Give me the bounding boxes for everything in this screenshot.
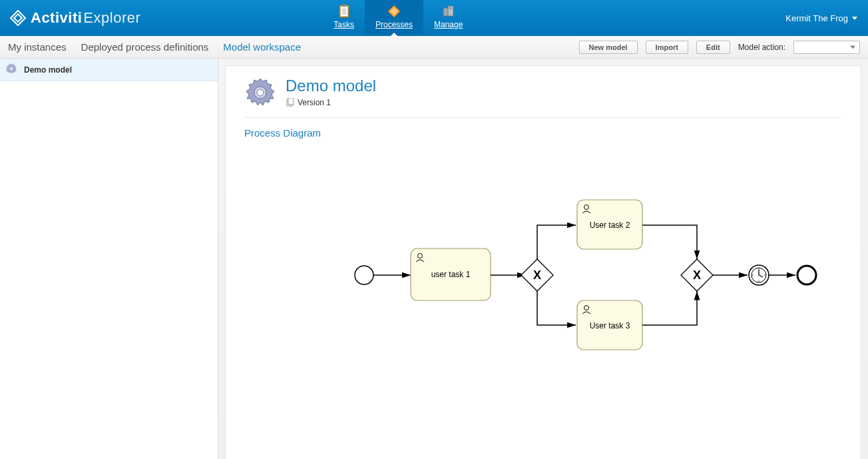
nav-manage[interactable]: Manage bbox=[423, 0, 473, 36]
main-area: Demo model Demo model bbox=[0, 59, 868, 459]
model-title: Demo model bbox=[286, 77, 376, 95]
user-name: Kermit The Frog bbox=[785, 13, 848, 23]
start-event bbox=[355, 266, 373, 284]
edit-button[interactable]: Edit bbox=[696, 41, 730, 54]
svg-point-14 bbox=[10, 67, 13, 71]
svg-rect-12 bbox=[449, 7, 452, 9]
exclusive-gateway-1: X bbox=[521, 259, 553, 291]
sub-toolbar: My instances Deployed process definition… bbox=[0, 36, 868, 59]
sidebar-item-label: Demo model bbox=[24, 65, 72, 75]
main-nav: Tasks Processes Manage bbox=[323, 0, 473, 36]
model-action-select[interactable] bbox=[793, 41, 860, 54]
model-version-text: Version 1 bbox=[298, 98, 331, 107]
model-version: Version 1 bbox=[286, 98, 376, 107]
tab-my-instances[interactable]: My instances bbox=[8, 41, 67, 53]
end-event bbox=[797, 266, 816, 284]
content: Demo model Version 1 Process Diagram bbox=[218, 59, 868, 459]
timer-event bbox=[749, 265, 769, 285]
svg-marker-0 bbox=[11, 11, 25, 25]
user-task-2-label: User task 2 bbox=[590, 221, 630, 230]
user-task-2: User task 2 bbox=[577, 200, 642, 249]
gear-icon bbox=[244, 77, 276, 111]
user-task-1: user task 1 bbox=[411, 248, 491, 300]
svg-text:X: X bbox=[533, 268, 541, 282]
version-icon bbox=[286, 98, 295, 107]
tab-deployed[interactable]: Deployed process definitions bbox=[81, 41, 209, 53]
user-menu[interactable]: Kermit The Frog bbox=[785, 0, 868, 36]
app-name-right: Explorer bbox=[83, 9, 140, 27]
topbar: ActivitiExplorer Tasks Processes Manage … bbox=[0, 0, 868, 36]
manage-icon bbox=[441, 3, 456, 20]
tasks-icon bbox=[337, 3, 351, 20]
section-process-diagram: Process Diagram bbox=[244, 127, 842, 139]
svg-rect-18 bbox=[288, 98, 294, 105]
svg-rect-4 bbox=[342, 4, 346, 7]
sidebar: Demo model bbox=[0, 59, 218, 459]
exclusive-gateway-2: X bbox=[681, 259, 713, 291]
import-button[interactable]: Import bbox=[646, 41, 688, 54]
svg-marker-1 bbox=[14, 14, 22, 22]
sidebar-item-demo-model[interactable]: Demo model bbox=[0, 59, 218, 81]
nav-processes[interactable]: Processes bbox=[365, 0, 423, 36]
app-name-left: Activiti bbox=[31, 9, 82, 27]
process-diagram: user task 1 X bbox=[244, 159, 842, 392]
model-header: Demo model Version 1 bbox=[244, 77, 842, 118]
svg-point-16 bbox=[257, 89, 264, 96]
nav-tasks[interactable]: Tasks bbox=[323, 0, 365, 36]
tab-model-workspace[interactable]: Model workspace bbox=[223, 41, 301, 53]
content-panel: Demo model Version 1 Process Diagram bbox=[225, 65, 861, 459]
chevron-down-icon bbox=[852, 17, 857, 20]
nav-processes-label: Processes bbox=[375, 20, 413, 29]
user-task-1-label: user task 1 bbox=[431, 270, 471, 279]
model-titleblock: Demo model Version 1 bbox=[286, 77, 376, 107]
model-action-label: Model action: bbox=[738, 43, 785, 52]
toolbar-right: New model Import Edit Model action: bbox=[579, 41, 860, 54]
nav-manage-label: Manage bbox=[434, 20, 463, 29]
svg-text:X: X bbox=[693, 268, 701, 282]
new-model-button[interactable]: New model bbox=[579, 41, 638, 54]
nav-tasks-label: Tasks bbox=[333, 20, 354, 29]
app-logo: ActivitiExplorer bbox=[0, 0, 150, 36]
gear-icon bbox=[5, 63, 17, 77]
processes-icon bbox=[387, 3, 401, 20]
user-task-3: User task 3 bbox=[577, 300, 642, 350]
activiti-icon bbox=[9, 9, 27, 27]
content-scroll[interactable]: Demo model Version 1 Process Diagram bbox=[218, 59, 868, 459]
user-task-3-label: User task 3 bbox=[590, 321, 630, 330]
